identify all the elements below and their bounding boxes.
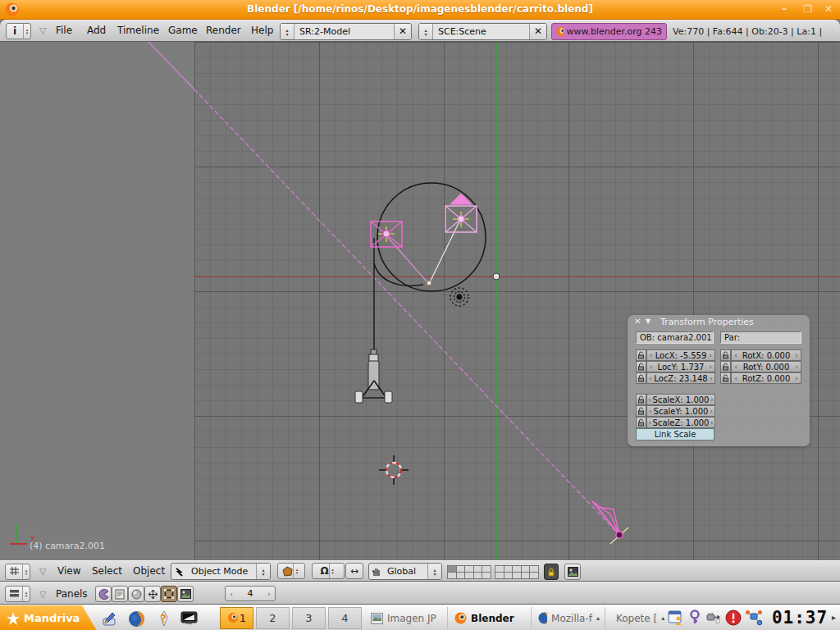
menu-select[interactable]: Select: [92, 565, 122, 577]
orientation-selector[interactable]: Global ▴▾: [368, 563, 442, 580]
lock-icon[interactable]: [636, 405, 646, 417]
ob-name-field[interactable]: OB: camara2.001: [636, 331, 714, 344]
desktop-3-button[interactable]: 3: [292, 607, 326, 629]
mode-selector[interactable]: Object Mode ▴▾: [171, 563, 271, 580]
manipulator-translate-button[interactable]: ↔: [345, 563, 363, 579]
panel-collapse-icon[interactable]: ▼: [646, 317, 651, 325]
window-type-button[interactable]: ▴▾: [5, 564, 30, 580]
desktop-1-button[interactable]: 1: [220, 607, 253, 629]
menu-view[interactable]: View: [57, 565, 80, 577]
orientation-value[interactable]: Global: [382, 564, 427, 579]
camera3-object[interactable]: [592, 501, 628, 544]
menu-file[interactable]: File: [56, 25, 72, 36]
close-button[interactable]: ✕: [820, 2, 837, 16]
manipulator-rotate-button[interactable]: Ω ▴▾: [312, 563, 345, 579]
target-center-dot[interactable]: [427, 281, 431, 285]
taskbar-window-mozilla[interactable]: Mozilla-f ▴: [533, 607, 605, 629]
maximize-button[interactable]: ❐: [800, 2, 816, 16]
scene-context-button[interactable]: [177, 586, 194, 602]
spinner-icon[interactable]: ▴▾: [22, 564, 30, 579]
collapse-triangle-icon[interactable]: ▽: [39, 25, 46, 36]
render-preview-button[interactable]: [564, 564, 581, 580]
lock-icon[interactable]: [636, 394, 646, 405]
help-app-icon[interactable]: ?: [154, 609, 174, 628]
shading-context-button[interactable]: [128, 586, 144, 602]
spinner-icon[interactable]: ▴▾: [256, 564, 270, 579]
script-context-button[interactable]: [112, 586, 128, 602]
link-scale-button[interactable]: Link Scale: [636, 428, 714, 441]
screen-selector-value[interactable]: SR:2-Model: [294, 24, 394, 39]
lock-icon[interactable]: [720, 372, 731, 384]
camera1-object[interactable]: [371, 221, 402, 247]
spinner-icon[interactable]: ▴▾: [427, 564, 441, 579]
lock-icon[interactable]: [636, 372, 646, 384]
lock-icon[interactable]: [720, 349, 731, 361]
scaley-field[interactable]: ‹ScaleY: 1.000›: [646, 405, 715, 417]
spinner-icon[interactable]: ▴▾: [22, 587, 30, 601]
rotz-field[interactable]: ‹RotZ: 0.000›: [731, 372, 801, 384]
title-bar[interactable]: Blender [/home/rinos/Desktop/imagenesble…: [0, 0, 840, 20]
draw-type-button[interactable]: ▴▾: [277, 563, 305, 579]
lock-layers-button[interactable]: [544, 564, 559, 580]
locx-field[interactable]: ‹LocX: -5.559›: [646, 349, 715, 361]
spinner-icon[interactable]: ▴▾: [293, 564, 300, 578]
lock-icon[interactable]: [636, 349, 646, 361]
scalez-field[interactable]: ‹ScaleZ: 1.000›: [646, 417, 715, 428]
lock-icon[interactable]: [720, 361, 731, 372]
menu-game[interactable]: Game: [168, 25, 198, 36]
parent-field[interactable]: Par:: [720, 331, 801, 344]
menu-timeline[interactable]: Timeline: [117, 25, 159, 36]
lock-icon[interactable]: [636, 417, 646, 428]
start-menu-button[interactable]: Mandriva: [0, 605, 97, 630]
logic-context-button[interactable]: [95, 586, 112, 602]
firefox-icon[interactable]: [126, 609, 146, 628]
layer-buttons-group1[interactable]: [447, 565, 491, 579]
power-tray-icon[interactable]: [705, 609, 722, 628]
taskbar-window-kopete[interactable]: Kopete [ ▴: [607, 607, 666, 629]
transform-properties-panel[interactable]: ✕ ▼ Transform Properties OB: camara2.001…: [628, 315, 810, 446]
cart-object[interactable]: [355, 349, 392, 403]
minimize-button[interactable]: –: [776, 2, 792, 16]
wallet-tray-icon[interactable]: [687, 609, 702, 628]
menu-render[interactable]: Render: [206, 25, 241, 36]
layer-buttons-group2[interactable]: [495, 565, 539, 579]
screen-delete-icon[interactable]: ✕: [394, 24, 411, 39]
screen-selector[interactable]: ▴▾ SR:2-Model ✕: [280, 23, 412, 40]
editing-context-button[interactable]: [161, 586, 177, 602]
menu-help[interactable]: Help: [251, 25, 273, 36]
object-context-button[interactable]: [144, 586, 161, 602]
window-type-button[interactable]: ▴▾: [5, 586, 30, 602]
spinner-icon[interactable]: ▴▾: [23, 24, 30, 39]
taskbar-window-imagen[interactable]: Imagen JP: [366, 607, 448, 629]
network-tray-icon[interactable]: [745, 609, 763, 628]
display-app-icon[interactable]: [179, 609, 199, 628]
scene-selector-value[interactable]: SCE:Scene: [433, 24, 529, 39]
object-center-dot[interactable]: [493, 273, 500, 280]
panel-close-icon[interactable]: ✕: [634, 317, 641, 326]
collapse-triangle-icon[interactable]: ▽: [39, 566, 46, 577]
menu-panels[interactable]: Panels: [56, 588, 88, 600]
window-type-button[interactable]: i ▴▾: [6, 23, 31, 39]
scene-delete-icon[interactable]: ✕: [529, 24, 546, 39]
camera2-object[interactable]: [445, 194, 477, 232]
menu-add[interactable]: Add: [87, 25, 106, 36]
clock[interactable]: 01:37: [768, 607, 832, 629]
organizer-tray-icon[interactable]: [668, 609, 684, 628]
draw-app-icon[interactable]: [100, 609, 120, 628]
desktop-4-button[interactable]: 4: [328, 607, 362, 629]
mode-value[interactable]: Object Mode: [186, 564, 256, 579]
lock-icon[interactable]: [636, 361, 646, 372]
context-number-field[interactable]: ‹ 4 ›: [225, 586, 276, 601]
roty-field[interactable]: ‹RotY: 0.000›: [731, 361, 801, 372]
scene-selector[interactable]: ▴▾ SCE:Scene ✕: [418, 23, 547, 40]
rotx-field[interactable]: ‹RotX: 0.000›: [731, 349, 801, 361]
scalex-field[interactable]: ‹ScaleX: 1.000›: [646, 394, 715, 405]
menu-object[interactable]: Object: [133, 565, 165, 577]
3d-viewport[interactable]: x (4) camara2.001 ✕ ▼ Transform Properti…: [0, 42, 840, 560]
desktop-2-button[interactable]: 2: [256, 607, 290, 629]
lamp-object[interactable]: [450, 288, 468, 306]
collapse-triangle-icon[interactable]: ▽: [39, 589, 46, 600]
locz-field[interactable]: ‹LocZ: 23.148›: [646, 372, 715, 384]
panel-title[interactable]: Transform Properties: [660, 317, 754, 327]
taskbar-window-blender[interactable]: Blender: [450, 607, 532, 629]
